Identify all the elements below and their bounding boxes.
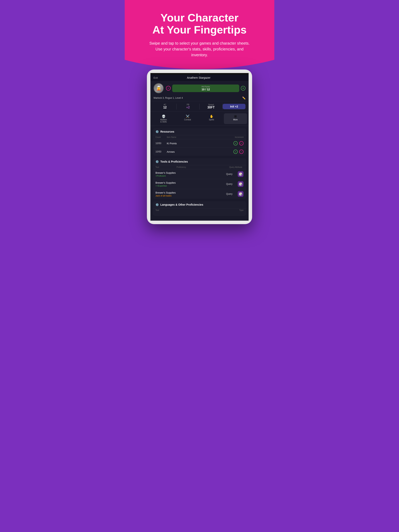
char-header: 🧝 − Hit Points 10 / 12 + <box>150 81 249 96</box>
speed-label: Speed <box>200 104 223 106</box>
tool-query-3: Query <box>223 193 236 195</box>
tool-query-1: Query <box>223 173 236 176</box>
camera-dot <box>199 73 200 74</box>
tool-info-1: Brewer's Supplies +Proficient <box>155 171 221 177</box>
lang-type-col-label: Type <box>228 209 244 211</box>
tools-header: ⚙️ Tools & Proficiencies <box>153 158 246 165</box>
tools-gear-icon: ⚙️ <box>155 160 159 163</box>
tool-info-2: Brewer's Supplies ++Expertise <box>155 181 221 187</box>
languages-title: Languages & Other Proficiencies <box>160 203 203 206</box>
tab-combat-label: Combat <box>184 119 191 121</box>
list-item: Brewer's Supplies +Proficient Query 🎲 <box>153 169 246 179</box>
tool-name-3: Brewer's Supplies <box>155 191 221 194</box>
tab-spells-label: Spells <box>209 119 214 121</box>
tools-section: ⚙️ Tools & Proficiencies Tool Proficienc… <box>153 158 246 199</box>
exit-button[interactable]: Exit <box>154 76 158 79</box>
query-col-label: Query Attribute <box>228 166 244 168</box>
list-item: Brewer's Supplies Jack of all trades Que… <box>153 189 246 199</box>
pb-value: +2 <box>176 106 199 109</box>
char-class-text: Warlock 3, Rogue 1, Level 4 <box>154 97 183 99</box>
tab-abilities-label: Abilities& Skills <box>160 119 167 123</box>
resources-gear-icon: ⚙️ <box>155 130 159 133</box>
avatar-image: 🧝 <box>154 83 163 93</box>
hp-bar: Hit Points 10 / 12 <box>172 84 239 92</box>
char-class-row: Warlock 3, Rogue 1, Level 4 ✏️ <box>150 96 249 101</box>
count-col-label: Count <box>155 136 165 138</box>
list-item: Brewer's Supplies ++Expertise Query 🎲 <box>153 179 246 189</box>
tool-info-3: Brewer's Supplies Jack of all trades <box>155 191 221 197</box>
tab-more[interactable]: ⊞ More <box>224 113 247 124</box>
tool-query-2: Query <box>223 183 236 185</box>
ki-points-increase-button[interactable]: + <box>233 141 238 146</box>
tool-name-2: Brewer's Supplies <box>155 181 221 184</box>
app-topbar: Exit Anathem Stargazer <box>150 75 249 81</box>
item-name-col-label: Item Name <box>167 136 204 138</box>
header-section: Your CharacterAt Your Fingertips Swipe a… <box>125 0 274 81</box>
languages-table-header: Tool Type <box>153 208 246 212</box>
list-item: 10/50 Ki Points + − <box>153 139 246 147</box>
ipad-frame: Exit Anathem Stargazer 🧝 − Hit Points 10… <box>147 70 252 224</box>
tool-dice-button-2[interactable]: 🎲 <box>238 181 244 187</box>
languages-section: ⚙️ Languages & Other Proficiencies Tool … <box>153 201 246 216</box>
resources-header: ⚙️ Resources <box>153 128 246 135</box>
increment-col-label: Increment <box>206 136 244 138</box>
arrows-name: Arrows <box>167 150 232 153</box>
languages-gear-icon: ⚙️ <box>155 203 159 206</box>
ipad-camera-bar <box>150 73 249 75</box>
arrows-count: 10/50 <box>155 150 165 153</box>
more-icon: ⊞ <box>234 114 237 118</box>
resources-table-header: Count Item Name Increment <box>153 135 246 139</box>
nav-tabs: 💀 Abilities& Skills ⚔️ Combat ✋ Spells ⊞… <box>150 112 249 126</box>
tool-proficiency-3: Jack of all trades <box>155 195 221 197</box>
ac-label: AC <box>154 104 176 106</box>
header-subtitle: Swipe and tap to select your games and c… <box>147 40 252 58</box>
arrows-decrease-button[interactable]: − <box>239 150 244 154</box>
combat-icon: ⚔️ <box>186 114 190 118</box>
speed-value: 30FT <box>200 106 223 109</box>
tab-spells[interactable]: ✋ Spells <box>200 113 223 124</box>
character-name: Anathem Stargazer <box>187 76 211 79</box>
stat-ac: AC 12 <box>154 103 176 110</box>
lang-tool-col-label: Tool <box>155 209 228 211</box>
tab-combat[interactable]: ⚔️ Combat <box>176 113 199 124</box>
stat-pb: PB +2 <box>176 103 199 110</box>
ac-value: 12 <box>154 106 176 109</box>
ki-points-decrease-button[interactable]: − <box>239 141 244 146</box>
languages-header: ⚙️ Languages & Other Proficiencies <box>153 201 246 208</box>
list-item: 10/50 Arrows + − <box>153 147 246 156</box>
ki-points-count: 10/50 <box>155 142 165 145</box>
init-button[interactable]: Init +2 <box>223 104 245 109</box>
stat-speed: Speed 30FT <box>200 103 223 110</box>
hp-label: Hit Points <box>174 86 237 88</box>
app-screen: Exit Anathem Stargazer 🧝 − Hit Points 10… <box>150 75 249 221</box>
tab-abilities-skills[interactable]: 💀 Abilities& Skills <box>152 113 175 124</box>
page-wrapper: Your CharacterAt Your Fingertips Swipe a… <box>125 0 274 236</box>
resources-section: ⚙️ Resources Count Item Name Increment 1… <box>153 128 246 156</box>
tool-proficiency-2: ++Expertise <box>155 185 221 187</box>
tool-col-label: Tool <box>155 166 175 168</box>
prof-col-label: Proficiency <box>176 166 226 168</box>
skull-icon: 💀 <box>162 114 166 118</box>
stat-init[interactable]: Init +2 <box>223 103 245 110</box>
purple-section: Exit Anathem Stargazer 🧝 − Hit Points 10… <box>125 70 274 236</box>
content-area: ⚙️ Resources Count Item Name Increment 1… <box>150 126 249 221</box>
tool-dice-button-3[interactable]: 🎲 <box>238 191 244 197</box>
arrows-increase-button[interactable]: + <box>233 150 238 154</box>
tool-proficiency-1: +Proficient <box>155 175 221 177</box>
hp-section: − Hit Points 10 / 12 + <box>166 84 245 92</box>
header-title: Your CharacterAt Your Fingertips <box>133 12 266 36</box>
ki-points-name: Ki Points <box>167 142 232 145</box>
tool-dice-button-1[interactable]: 🎲 <box>238 171 244 177</box>
resources-title: Resources <box>160 130 174 133</box>
edit-icon[interactable]: ✏️ <box>242 96 245 100</box>
tab-more-label: More <box>233 119 238 121</box>
stats-row: AC 12 PB +2 Speed 30FT Init + <box>150 101 249 112</box>
hp-value: 10 / 12 <box>174 88 237 91</box>
pb-label: PB <box>176 104 199 106</box>
avatar: 🧝 <box>154 83 164 93</box>
hp-increase-button[interactable]: + <box>241 86 245 90</box>
tool-name-1: Brewer's Supplies <box>155 171 221 174</box>
hp-decrease-button[interactable]: − <box>166 86 171 90</box>
tools-title: Tools & Proficiencies <box>160 160 188 163</box>
tools-table-header: Tool Proficiency Query Attribute <box>153 165 246 169</box>
